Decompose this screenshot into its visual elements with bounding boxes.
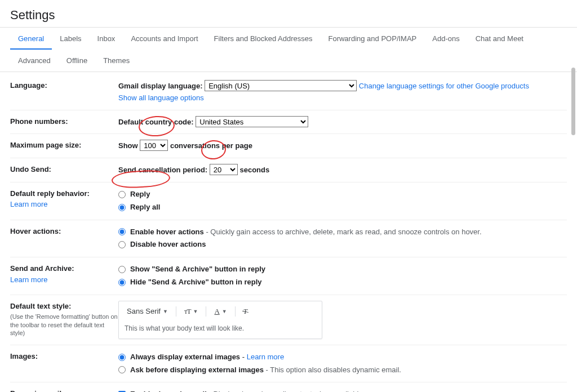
row-sendarchive: Send and Archive: Learn more Show "Send … — [10, 257, 567, 295]
sendarchive-learn-more[interactable]: Learn more — [10, 275, 47, 284]
country-code-select[interactable]: United States — [196, 116, 308, 127]
radio-hover-enable[interactable] — [118, 228, 126, 235]
label-reply: Default reply behavior: — [10, 189, 90, 198]
pagesize-select[interactable]: 100 — [140, 140, 168, 151]
page-header: Settings — [0, 0, 577, 27]
row-hover: Hover actions: Enable hover actions - Qu… — [10, 220, 567, 258]
label-sendarchive: Send and Archive: — [10, 264, 74, 273]
images-ask-desc: - This option also disables dynamic emai… — [264, 366, 401, 374]
chevron-down-icon: ▼ — [222, 308, 227, 315]
hover-enable-desc: - Quickly gain access to archive, delete… — [204, 228, 482, 236]
dynamic-enable-desc: - Display dynamic email content when ava… — [207, 390, 365, 392]
tab-themes[interactable]: Themes — [95, 50, 137, 72]
sa-show: Show "Send & Archive" button in reply — [130, 264, 265, 275]
display-language-label: Gmail display language: — [118, 82, 203, 90]
row-dynamic: Dynamic email: Learn more Enable dynamic… — [10, 382, 567, 392]
radio-images-ask[interactable] — [118, 366, 126, 373]
font-size-button[interactable]: тT ▼ — [182, 306, 201, 318]
textstyle-sub: (Use the 'Remove formatting' button on t… — [10, 313, 118, 337]
radio-reply-all[interactable] — [118, 204, 126, 211]
row-pagesize: Maximum page size: Show 100 conversation… — [10, 134, 567, 158]
label-dynamic: Dynamic email: — [10, 389, 64, 392]
reply-learn-more[interactable]: Learn more — [10, 200, 47, 208]
scrollbar[interactable] — [571, 68, 575, 135]
tab-offline[interactable]: Offline — [59, 50, 95, 72]
chevron-down-icon: ▼ — [193, 308, 198, 315]
font-family-button[interactable]: Sans Serif ▼ — [125, 306, 170, 318]
tab-forwarding[interactable]: Forwarding and POP/IMAP — [320, 28, 424, 50]
settings-content: Language: Gmail display language: Englis… — [0, 72, 577, 392]
remove-formatting-icon: T — [243, 306, 247, 318]
dynamic-enable: Enable dynamic email — [130, 390, 207, 392]
label-textstyle: Default text style: — [10, 302, 71, 310]
images-learn-more[interactable]: Learn more — [247, 353, 284, 361]
label-hover: Hover actions: — [10, 226, 118, 252]
tab-filters[interactable]: Filters and Blocked Addresses — [206, 28, 321, 50]
images-always: Always display external images — [130, 353, 240, 361]
page-title: Settings — [10, 8, 567, 23]
radio-images-always[interactable] — [118, 354, 126, 361]
row-language: Language: Gmail display language: Englis… — [10, 72, 567, 110]
row-phone: Phone numbers: Default country code: Uni… — [10, 110, 567, 135]
opt-reply-all: Reply all — [130, 202, 160, 213]
images-ask: Ask before displaying external images — [130, 366, 264, 374]
text-color-icon: A — [214, 306, 219, 318]
undo-desc: Send cancellation period: — [118, 166, 207, 174]
row-reply: Default reply behavior: Learn more Reply… — [10, 182, 567, 220]
tab-accounts[interactable]: Accounts and Import — [123, 28, 206, 50]
label-pagesize: Maximum page size: — [10, 140, 118, 152]
tab-general[interactable]: General — [10, 28, 52, 50]
undo-seconds: seconds — [239, 166, 269, 174]
text-color-button[interactable]: A ▼ — [212, 306, 229, 318]
pagesize-perpage: conversations per page — [170, 141, 252, 150]
label-language: Language: — [10, 80, 118, 104]
default-country-label: Default country code: — [118, 118, 194, 126]
label-images: Images: — [10, 351, 118, 377]
undo-select[interactable]: 20 — [210, 164, 238, 175]
tab-inbox[interactable]: Inbox — [90, 28, 123, 50]
radio-sa-show[interactable] — [118, 266, 126, 273]
change-language-link[interactable]: Change language settings for other Googl… — [359, 82, 529, 90]
pagesize-show: Show — [118, 141, 138, 150]
row-textstyle: Default text style: (Use the 'Remove for… — [10, 295, 567, 345]
settings-tabs: General Labels Inbox Accounts and Import… — [0, 28, 577, 72]
hover-enable: Enable hover actions — [130, 228, 204, 236]
row-undo: Undo Send: Send cancellation period: 20 … — [10, 158, 567, 182]
hover-disable: Disable hover actions — [130, 239, 206, 251]
tab-labels[interactable]: Labels — [52, 28, 89, 50]
remove-formatting-button[interactable]: T — [241, 306, 250, 318]
label-phone: Phone numbers: — [10, 116, 118, 128]
tab-chat[interactable]: Chat and Meet — [468, 28, 531, 50]
sa-hide: Hide "Send & Archive" button in reply — [130, 277, 262, 288]
radio-reply[interactable] — [118, 191, 126, 198]
tab-addons[interactable]: Add-ons — [424, 28, 467, 50]
show-all-languages-link[interactable]: Show all language options — [118, 93, 204, 102]
tab-advanced[interactable]: Advanced — [10, 50, 59, 72]
row-images: Images: Always display external images -… — [10, 345, 567, 383]
chevron-down-icon: ▼ — [163, 308, 168, 315]
display-language-select[interactable]: English (US) — [205, 80, 357, 91]
text-style-sample: This is what your body text will look li… — [125, 321, 316, 334]
text-style-toolbar: Sans Serif ▼ тT ▼ A ▼ T — [118, 301, 322, 339]
radio-hover-disable[interactable] — [118, 241, 126, 248]
text-size-icon: тT — [184, 306, 191, 318]
label-undo: Undo Send: — [10, 164, 118, 176]
radio-sa-hide[interactable] — [118, 279, 126, 286]
opt-reply: Reply — [130, 189, 150, 201]
